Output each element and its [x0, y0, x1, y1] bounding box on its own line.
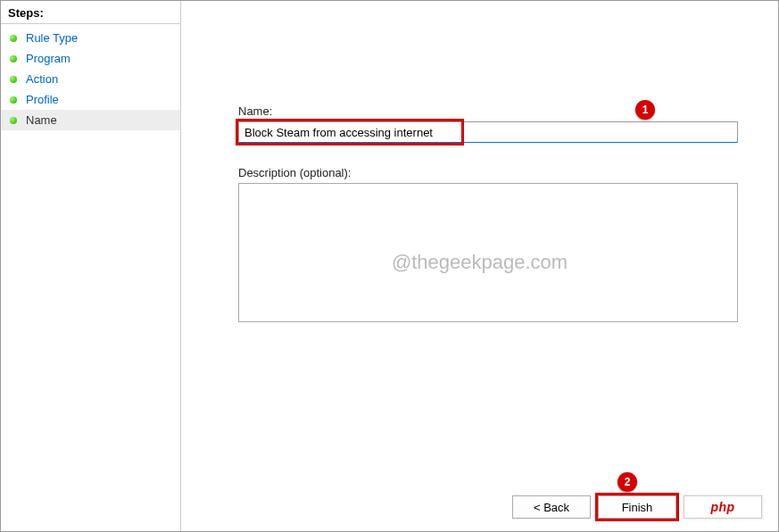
- description-label: Description (optional):: [238, 166, 758, 179]
- step-label: Name: [26, 113, 57, 127]
- finish-button[interactable]: Finish: [598, 495, 676, 519]
- step-label: Program: [26, 52, 70, 65]
- name-label: Name:: [238, 104, 758, 118]
- php-badge: php: [684, 495, 762, 519]
- bullet-icon: [10, 55, 17, 62]
- name-input-row: [238, 121, 758, 143]
- step-label: Action: [26, 72, 58, 86]
- description-input[interactable]: [238, 183, 738, 322]
- annotation-marker-2: 2: [617, 472, 637, 492]
- wizard-window: Steps: Rule Type Program Action Profile …: [0, 0, 779, 532]
- step-label: Profile: [26, 93, 59, 106]
- bullet-icon: [10, 35, 17, 42]
- form-area: Name: Description (optional):: [238, 104, 758, 325]
- php-badge-text: php: [710, 500, 734, 514]
- bullet-icon: [10, 76, 17, 83]
- step-name[interactable]: Name: [1, 110, 180, 130]
- step-profile[interactable]: Profile: [1, 89, 180, 110]
- bullet-icon: [10, 117, 17, 124]
- steps-header: Steps:: [1, 1, 180, 24]
- main-panel: Name: Description (optional): @thegeekpa…: [181, 1, 778, 531]
- step-rule-type[interactable]: Rule Type: [1, 28, 180, 48]
- step-label: Rule Type: [26, 31, 78, 45]
- back-button[interactable]: < Back: [512, 495, 591, 519]
- finish-button-wrap: Finish: [598, 495, 676, 519]
- wizard-buttons: < Back Finish php: [512, 495, 762, 519]
- name-input[interactable]: [238, 121, 738, 143]
- step-program[interactable]: Program: [1, 48, 180, 69]
- steps-sidebar: Steps: Rule Type Program Action Profile …: [1, 1, 181, 531]
- steps-list: Rule Type Program Action Profile Name: [1, 24, 180, 134]
- bullet-icon: [10, 96, 17, 104]
- step-action[interactable]: Action: [1, 69, 180, 89]
